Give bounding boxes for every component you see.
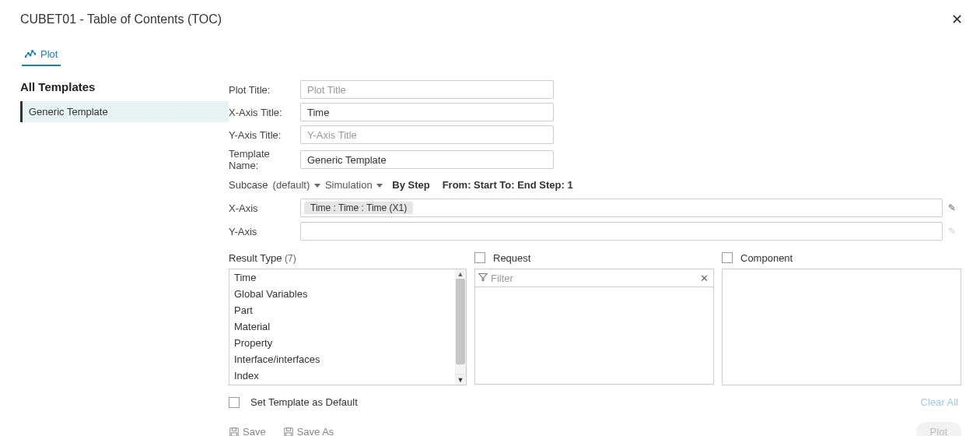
template-name-input[interactable] [300, 150, 554, 169]
subcase-row: Subcase (default) Simulation By Step Fro… [229, 179, 961, 191]
clear-all-link[interactable]: Clear All [921, 396, 958, 408]
svg-point-0 [25, 55, 26, 57]
svg-point-4 [34, 53, 36, 54]
plot-title-input[interactable] [300, 80, 554, 99]
component-header: Component [740, 252, 793, 264]
close-icon[interactable]: ✕ [948, 11, 966, 28]
set-default-label: Set Template as Default [250, 396, 358, 408]
save-as-icon [283, 427, 294, 437]
list-item[interactable]: Material [229, 318, 455, 335]
tab-label: Plot [40, 48, 58, 60]
scroll-thumb[interactable] [456, 279, 465, 364]
plot-title-label: Plot Title: [229, 84, 300, 96]
template-name-label: Template Name: [229, 148, 300, 171]
result-type-header: Result Type (7) [229, 252, 296, 264]
sidebar-title: All Templates [20, 80, 229, 93]
svg-rect-7 [232, 427, 236, 431]
save-button[interactable]: Save [229, 426, 266, 436]
x-axis-label: X-Axis [229, 202, 300, 214]
list-item[interactable]: Interface/interfaces [229, 351, 455, 367]
scrollbar[interactable]: ▲ [455, 269, 466, 374]
svg-point-1 [28, 52, 30, 54]
page-title: CUBET01 - Table of Contents (TOC) [20, 12, 222, 26]
list-item[interactable]: Property [229, 335, 455, 351]
subcase-dropdown[interactable]: (default) [273, 179, 320, 191]
set-default-checkbox[interactable] [229, 397, 240, 408]
request-filter-input[interactable] [488, 272, 698, 284]
y-axis-title-label: Y-Axis Title: [229, 129, 300, 141]
svg-rect-10 [286, 427, 290, 431]
y-axis-label: Y-Axis [229, 226, 300, 237]
by-step-label: By Step [392, 179, 429, 191]
plot-icon [25, 49, 36, 60]
request-filter[interactable]: ✕ [474, 269, 714, 287]
edit-x-axis-icon[interactable]: ✎ [943, 202, 961, 213]
chevron-down-icon [376, 184, 383, 188]
step-range: From: Start To: End Step: 1 [443, 179, 573, 191]
sidebar-item-generic-template[interactable]: Generic Template [20, 101, 229, 122]
y-axis-title-input[interactable] [300, 125, 554, 144]
list-item[interactable]: Global Variables [229, 286, 455, 302]
edit-y-axis-icon: ✎ [943, 226, 961, 237]
list-item[interactable]: Time [229, 269, 455, 286]
y-axis-field[interactable] [300, 222, 943, 241]
svg-point-3 [32, 50, 33, 51]
svg-point-2 [30, 54, 31, 56]
scroll-up-icon[interactable]: ▲ [455, 269, 466, 279]
request-list[interactable] [474, 287, 714, 385]
filter-icon [478, 272, 488, 284]
component-checkbox[interactable] [722, 252, 733, 263]
chevron-down-icon [314, 184, 320, 188]
tab-plot[interactable]: Plot [22, 45, 61, 66]
list-item[interactable]: Part [229, 302, 455, 318]
svg-rect-8 [232, 432, 237, 435]
clear-filter-icon[interactable]: ✕ [698, 272, 710, 284]
simulation-dropdown[interactable]: Simulation [325, 179, 383, 191]
chevron-down-icon[interactable]: ▼ [455, 374, 466, 385]
subcase-label: Subcase [229, 179, 268, 191]
x-axis-title-label: X-Axis Title: [229, 107, 300, 118]
svg-marker-5 [479, 273, 488, 280]
x-axis-field[interactable]: Time : Time : Time (X1) [300, 199, 943, 217]
svg-rect-11 [285, 432, 291, 435]
x-axis-title-input[interactable] [300, 103, 554, 121]
x-axis-chip: Time : Time : Time (X1) [304, 202, 413, 214]
result-type-list[interactable]: TimeGlobal VariablesPartMaterialProperty… [229, 269, 467, 385]
component-list[interactable] [722, 269, 961, 385]
save-as-button[interactable]: Save As [283, 426, 334, 436]
request-header: Request [493, 252, 530, 264]
request-checkbox[interactable] [474, 252, 485, 263]
list-item[interactable]: Index [229, 367, 455, 384]
plot-button[interactable]: Plot [916, 422, 961, 436]
save-icon [229, 427, 240, 437]
